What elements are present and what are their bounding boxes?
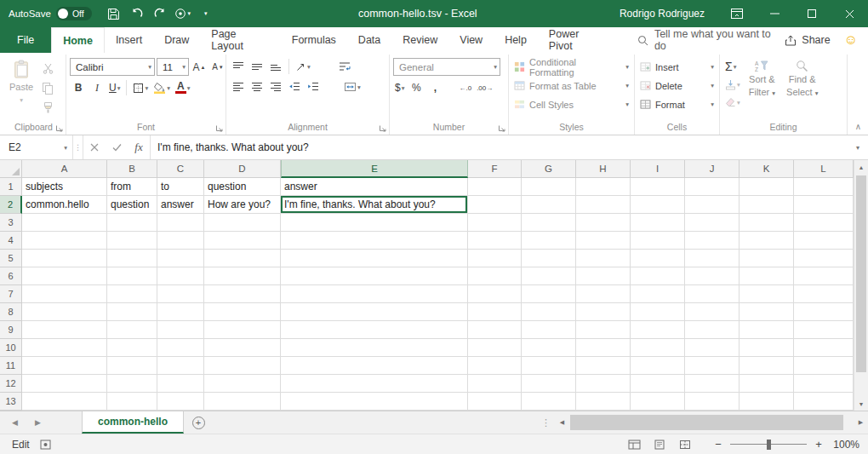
percent-style-icon[interactable]: % (408, 79, 425, 96)
cell-G11[interactable] (522, 357, 576, 375)
enter-entry-icon[interactable] (106, 135, 128, 159)
insert-cells-button[interactable]: Insert ▾ (638, 58, 716, 76)
cell-E12[interactable] (281, 375, 468, 393)
autosave-toggle[interactable]: Off (56, 7, 92, 20)
cell-E5[interactable] (281, 250, 468, 267)
column-header-H[interactable]: H (576, 160, 631, 178)
column-header-K[interactable]: K (740, 160, 794, 178)
next-sheet-icon[interactable]: ▶ (35, 418, 41, 427)
conditional-formatting-button[interactable]: Conditional Formatting ▾ (512, 58, 631, 76)
cell-C7[interactable] (157, 285, 204, 303)
expand-formula-bar-icon[interactable]: ▾ (848, 135, 868, 159)
borders-icon[interactable]: ▾ (131, 79, 150, 96)
cell-L1[interactable] (794, 178, 854, 196)
paste-button[interactable]: Paste ▾ (5, 58, 37, 107)
cell-I5[interactable] (631, 250, 685, 267)
cell-K1[interactable] (740, 178, 794, 196)
cell-K4[interactable] (740, 232, 794, 250)
cell-G9[interactable] (522, 321, 576, 339)
align-left-icon[interactable] (230, 78, 247, 95)
cell-J10[interactable] (685, 339, 740, 357)
row-header-1[interactable]: 1 (0, 178, 22, 196)
cell-D8[interactable] (204, 303, 281, 321)
row-header-3[interactable]: 3 (0, 214, 22, 232)
ribbon-tab-home[interactable]: Home (51, 27, 105, 53)
zoom-in-icon[interactable]: + (812, 438, 825, 451)
collapse-ribbon-icon[interactable]: ∧ (855, 122, 861, 131)
share-button[interactable]: Share (785, 27, 830, 53)
cell-J5[interactable] (685, 250, 740, 267)
cell-F12[interactable] (468, 375, 522, 393)
column-header-D[interactable]: D (204, 160, 281, 178)
ribbon-tab-view[interactable]: View (448, 27, 494, 53)
font-dialog-launcher-icon[interactable] (215, 124, 223, 132)
normal-view-icon[interactable] (625, 437, 643, 452)
cell-F10[interactable] (468, 339, 522, 357)
cell-J4[interactable] (685, 232, 740, 250)
cell-A1[interactable]: subjects (22, 178, 107, 196)
cell-E1[interactable]: answer (281, 178, 468, 196)
cell-J13[interactable] (685, 393, 740, 411)
cell-L3[interactable] (794, 214, 854, 232)
formula-bar-handle[interactable]: ⋮ (73, 135, 83, 159)
clear-button[interactable]: ▾ (723, 94, 742, 111)
cell-styles-button[interactable]: Cell Styles ▾ (512, 95, 631, 113)
cell-H4[interactable] (576, 232, 631, 250)
cell-E3[interactable] (281, 214, 468, 232)
number-dialog-launcher-icon[interactable] (498, 124, 505, 132)
page-break-preview-icon[interactable] (676, 437, 694, 452)
cell-J2[interactable] (685, 196, 740, 214)
cell-J1[interactable] (685, 178, 740, 196)
cell-E2[interactable]: I'm fine, thanks. What about you? (281, 196, 468, 214)
tell-me-box[interactable]: Tell me what you want to do (637, 27, 785, 53)
cell-I10[interactable] (631, 339, 685, 357)
cell-C4[interactable] (157, 232, 204, 250)
cell-H10[interactable] (576, 339, 631, 357)
cell-B6[interactable] (107, 267, 157, 285)
cell-J9[interactable] (685, 321, 740, 339)
formula-input[interactable]: I'm fine, thanks. What about you? (150, 135, 848, 159)
bold-button[interactable]: B (70, 79, 87, 96)
font-name-select[interactable]: Calibri ▾ (70, 58, 155, 76)
cell-B1[interactable]: from (107, 178, 157, 196)
accounting-format-icon[interactable]: $▾ (393, 79, 406, 96)
vertical-scroll-track[interactable] (854, 174, 868, 397)
cut-icon[interactable] (39, 60, 56, 77)
cell-K13[interactable] (740, 393, 794, 411)
name-box[interactable]: E2 ▾ (0, 135, 73, 159)
comma-style-icon[interactable]: , (426, 79, 443, 96)
scroll-left-icon[interactable]: ◀ (555, 411, 569, 434)
cell-H2[interactable] (576, 196, 631, 214)
cell-D2[interactable]: How are you? (204, 196, 281, 214)
cell-B3[interactable] (107, 214, 157, 232)
cell-F2[interactable] (468, 196, 522, 214)
row-header-2[interactable]: 2 (0, 196, 22, 214)
cell-D10[interactable] (204, 339, 281, 357)
cell-I1[interactable] (631, 178, 685, 196)
underline-button[interactable]: U▾ (107, 79, 122, 96)
cell-I9[interactable] (631, 321, 685, 339)
align-center-icon[interactable] (248, 78, 266, 95)
cell-C6[interactable] (157, 267, 204, 285)
row-header-6[interactable]: 6 (0, 267, 22, 285)
page-layout-view-icon[interactable] (650, 437, 669, 452)
cell-C9[interactable] (157, 321, 204, 339)
cell-H6[interactable] (576, 267, 631, 285)
new-sheet-button[interactable]: + (184, 411, 213, 434)
cell-A3[interactable] (22, 214, 107, 232)
cell-E8[interactable] (281, 303, 468, 321)
cell-G4[interactable] (522, 232, 576, 250)
decrease-decimal-icon[interactable]: .00→ (475, 80, 494, 95)
cell-G12[interactable] (522, 375, 576, 393)
cell-K6[interactable] (740, 267, 794, 285)
column-header-L[interactable]: L (794, 160, 854, 178)
cell-K7[interactable] (740, 285, 794, 303)
format-cells-button[interactable]: Format ▾ (638, 95, 716, 113)
cell-F7[interactable] (468, 285, 522, 303)
ribbon-tab-review[interactable]: Review (391, 27, 448, 53)
cell-D4[interactable] (204, 232, 281, 250)
increase-decimal-icon[interactable]: ←.0 (457, 80, 473, 95)
customize-quick-access-toolbar-icon[interactable]: ▾ (196, 3, 216, 25)
ribbon-tab-insert[interactable]: Insert (105, 27, 153, 53)
cell-A5[interactable] (22, 250, 107, 267)
